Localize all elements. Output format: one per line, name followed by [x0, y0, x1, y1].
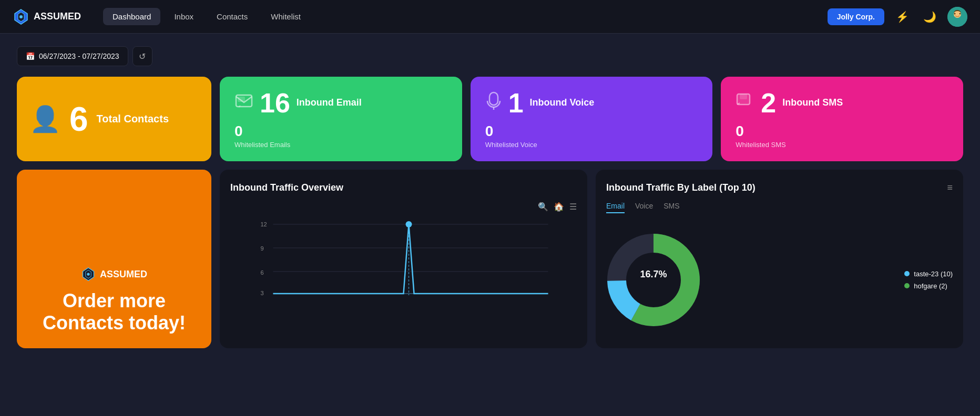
svg-rect-9	[238, 97, 245, 102]
tab-sms[interactable]: SMS	[663, 202, 679, 213]
svg-point-16	[87, 273, 89, 276]
traffic-by-label-title: Inbound Traffic By Label (Top 10)	[606, 182, 756, 193]
logo-icon	[13, 8, 29, 25]
chart-tabs: Email Voice SMS	[606, 202, 953, 213]
tab-voice[interactable]: Voice	[635, 202, 653, 213]
nav-item-inbox[interactable]: Inbox	[165, 8, 203, 25]
app-name: ASSUMED	[34, 11, 81, 22]
sms-label: Inbound SMS	[782, 97, 843, 109]
home-icon[interactable]: 🏠	[554, 202, 564, 212]
legend-label-green: hofgare (2)	[914, 282, 947, 290]
zoom-icon[interactable]: 🔍	[538, 202, 548, 212]
legend-dot-blue	[904, 271, 910, 276]
date-row: 📅 06/27/2023 - 07/27/2023 ↺	[17, 46, 963, 66]
email-sub-label: Whitelisted Emails	[234, 141, 447, 149]
legend-item-blue: taste-23 (10)	[904, 270, 953, 278]
tab-email[interactable]: Email	[606, 202, 625, 213]
sms-sub-number: 0	[736, 123, 948, 140]
svg-rect-13	[740, 94, 747, 99]
email-number: 16	[260, 89, 290, 117]
navbar: ASSUMED Dashboard Inbox Contacts Whiteli…	[0, 0, 980, 34]
total-contacts-number: 6	[69, 102, 88, 136]
nav-links: Dashboard Inbox Contacts Whitelist	[103, 8, 811, 25]
promo-logo-text: ASSUMED	[100, 269, 147, 280]
voice-sub-label: Whitelisted Voice	[485, 141, 698, 149]
sms-number: 2	[761, 89, 776, 117]
sms-sub-label: Whitelisted SMS	[736, 141, 948, 149]
nav-item-contacts[interactable]: Contacts	[207, 8, 257, 25]
refresh-icon: ↺	[139, 51, 146, 61]
email-sub-number: 0	[234, 123, 447, 140]
traffic-menu-icon[interactable]: ≡	[947, 182, 953, 193]
traffic-by-label-card: Inbound Traffic By Label (Top 10) ≡ Emai…	[596, 170, 963, 348]
corp-button[interactable]: Jolly Corp.	[828, 8, 884, 25]
email-label: Inbound Email	[297, 97, 362, 109]
voice-label: Inbound Voice	[530, 97, 595, 109]
bottom-cards-row: ASSUMED Order more Contacts today! Inbou…	[17, 170, 963, 348]
app-logo[interactable]: ASSUMED	[13, 8, 86, 25]
nav-item-dashboard[interactable]: Dashboard	[103, 8, 160, 25]
email-icon	[234, 91, 253, 115]
voice-number: 1	[508, 89, 524, 117]
lightning-button[interactable]: ⚡	[893, 7, 912, 26]
inbound-voice-card: 1 Inbound Voice 0 Whitelisted Voice	[471, 77, 713, 161]
svg-point-2	[19, 15, 23, 18]
nav-item-whitelist[interactable]: Whitelist	[261, 8, 310, 25]
svg-text:12: 12	[261, 221, 267, 227]
inbound-email-card: 16 Inbound Email 0 Whitelisted Emails	[220, 77, 462, 161]
inbound-sms-card: 2 Inbound SMS 0 Whitelisted SMS	[721, 77, 963, 161]
legend-label-blue: taste-23 (10)	[914, 270, 953, 278]
svg-point-7	[959, 13, 961, 14]
traffic-overview-card: Inbound Traffic Overview 🔍 🏠 ☰ 12 9 6 3	[220, 170, 587, 348]
line-chart-svg-wrap: 12 9 6 3	[230, 214, 577, 336]
line-chart-area: 🔍 🏠 ☰ 12 9 6 3	[230, 202, 577, 336]
moon-button[interactable]: 🌙	[920, 7, 939, 26]
top-cards-row: 👤 6 Total Contacts 16 Inbound Email	[17, 77, 963, 161]
legend-item-green: hofgare (2)	[904, 282, 953, 290]
avatar-image	[947, 7, 967, 27]
voice-sub-number: 0	[485, 123, 698, 140]
moon-icon: 🌙	[923, 11, 936, 23]
total-contacts-label: Total Contacts	[97, 113, 169, 125]
svg-text:16.7%: 16.7%	[640, 269, 667, 279]
date-range-value: 06/27/2023 - 07/27/2023	[39, 52, 119, 60]
svg-text:6: 6	[261, 269, 264, 276]
promo-logo-icon	[81, 267, 96, 282]
promo-logo: ASSUMED	[81, 267, 147, 282]
donut-chart: 16.7%	[606, 233, 701, 327]
line-chart-svg: 12 9 6 3	[230, 214, 577, 308]
lightning-icon: ⚡	[896, 11, 909, 23]
svg-point-6	[954, 13, 956, 14]
donut-area: 16.7% taste-23 (10) hofgare (2)	[606, 220, 953, 336]
legend-dot-green	[904, 283, 910, 288]
promo-card: ASSUMED Order more Contacts today!	[17, 170, 211, 348]
promo-text: Order more Contacts today!	[29, 290, 199, 334]
svg-text:3: 3	[261, 290, 264, 296]
date-range-input[interactable]: 📅 06/27/2023 - 07/27/2023	[17, 46, 128, 66]
refresh-button[interactable]: ↺	[132, 46, 152, 66]
calendar-icon: 📅	[26, 52, 35, 60]
traffic-overview-title: Inbound Traffic Overview	[230, 182, 577, 193]
svg-text:9: 9	[261, 245, 264, 252]
contacts-icon: 👤	[29, 105, 61, 134]
svg-rect-10	[489, 92, 498, 105]
nav-right: Jolly Corp. ⚡ 🌙	[828, 7, 967, 27]
total-contacts-card: 👤 6 Total Contacts	[17, 77, 211, 161]
chart-toolbar: 🔍 🏠 ☰	[230, 202, 577, 212]
menu-icon[interactable]: ☰	[569, 202, 577, 212]
donut-legend: taste-23 (10) hofgare (2)	[904, 270, 953, 290]
voice-icon	[485, 91, 502, 115]
avatar[interactable]	[947, 7, 967, 27]
sms-icon	[736, 91, 754, 115]
main-content: 📅 06/27/2023 - 07/27/2023 ↺ 👤 6 Total Co…	[0, 34, 980, 361]
